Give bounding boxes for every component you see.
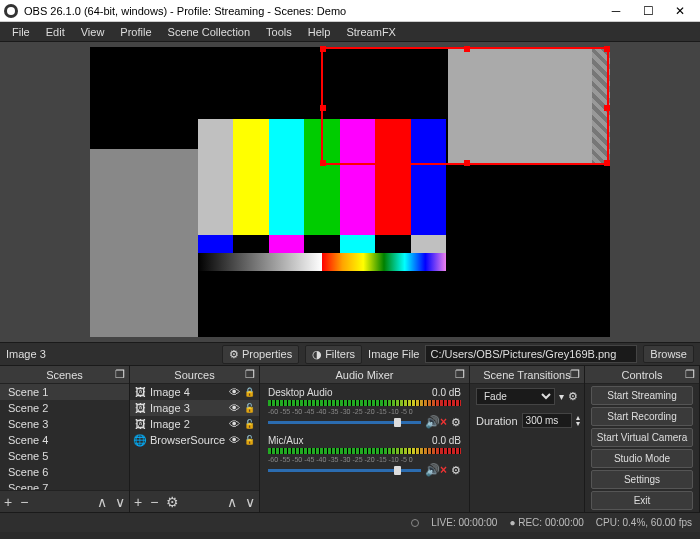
volume-slider[interactable]: [268, 421, 421, 424]
unlock-icon[interactable]: 🔓: [244, 419, 255, 429]
volume-slider[interactable]: [268, 469, 421, 472]
scene-item[interactable]: Scene 5: [0, 448, 129, 464]
source-item[interactable]: 🖼Image 4👁🔒: [130, 384, 259, 400]
scene-item[interactable]: Scene 3: [0, 416, 129, 432]
menu-scene-collection[interactable]: Scene Collection: [160, 24, 259, 40]
filters-button[interactable]: ◑Filters: [305, 345, 362, 364]
titlebar: OBS 26.1.0 (64-bit, windows) - Profile: …: [0, 0, 700, 22]
handle-tl[interactable]: [320, 46, 326, 52]
source-name: Image 3: [150, 402, 225, 414]
source-item[interactable]: 🌐BrowserSource👁🔓: [130, 432, 259, 448]
add-source-button[interactable]: +: [134, 494, 142, 510]
source-item[interactable]: 🖼Image 2👁🔓: [130, 416, 259, 432]
audio-meter: [268, 448, 461, 454]
source-settings-button[interactable]: ⚙: [166, 494, 179, 510]
scenes-footer: + − ∧ ∨: [0, 490, 129, 512]
transition-gear-icon[interactable]: ⚙: [568, 390, 578, 403]
unlock-icon[interactable]: 🔓: [244, 435, 255, 445]
mute-button[interactable]: 🔊×: [425, 463, 447, 477]
channel-gear-icon[interactable]: ⚙: [451, 464, 461, 477]
handle-bm[interactable]: [464, 160, 470, 166]
popout-icon[interactable]: ❐: [115, 368, 125, 381]
remove-scene-button[interactable]: −: [20, 494, 28, 510]
handle-bl[interactable]: [320, 160, 326, 166]
unlock-icon[interactable]: 🔓: [244, 403, 255, 413]
handle-tr[interactable]: [604, 46, 610, 52]
channel-name: Desktop Audio: [268, 387, 333, 398]
selection-box[interactable]: [321, 47, 609, 165]
handle-mr[interactable]: [604, 105, 610, 111]
handle-ml[interactable]: [320, 105, 326, 111]
control-button[interactable]: Start Recording: [591, 407, 693, 426]
duration-label: Duration: [476, 415, 518, 427]
source-image2: [90, 149, 198, 337]
popout-icon[interactable]: ❐: [685, 368, 695, 381]
properties-button[interactable]: ⚙Properties: [222, 345, 299, 364]
preview-area: [0, 42, 700, 342]
transitions-title: Scene Transitions: [483, 369, 570, 381]
scene-item[interactable]: Scene 4: [0, 432, 129, 448]
source-name: BrowserSource: [150, 434, 225, 446]
mute-button[interactable]: 🔊×: [425, 415, 447, 429]
transition-select[interactable]: Fade: [476, 388, 555, 405]
channel-gear-icon[interactable]: ⚙: [451, 416, 461, 429]
scene-item[interactable]: Scene 6: [0, 464, 129, 480]
handle-br[interactable]: [604, 160, 610, 166]
sources-dock: Sources❐ 🖼Image 4👁🔒🖼Image 3👁🔓🖼Image 2👁🔓🌐…: [130, 366, 260, 512]
mixer-channel: Desktop Audio0.0 dB-60 -55 -50 -45 -40 -…: [260, 384, 469, 432]
lock-icon[interactable]: 🔒: [244, 387, 255, 397]
sources-list: 🖼Image 4👁🔒🖼Image 3👁🔓🖼Image 2👁🔓🌐BrowserSo…: [130, 384, 259, 490]
scene-up-button[interactable]: ∧: [97, 494, 107, 510]
transitions-body: Fade ▾ ⚙ Duration ▴▾: [470, 384, 584, 512]
popout-icon[interactable]: ❐: [455, 368, 465, 381]
image-file-label: Image File: [368, 348, 419, 360]
eye-icon[interactable]: 👁: [229, 386, 240, 398]
chevron-down-icon[interactable]: ▾: [559, 391, 564, 402]
status-bar: LIVE: 00:00:00 ● REC: 00:00:00 CPU: 0.4%…: [0, 512, 700, 532]
sources-footer: + − ⚙ ∧ ∨: [130, 490, 259, 512]
channel-level: 0.0 dB: [432, 387, 461, 398]
duration-spinner[interactable]: ▴▾: [576, 415, 580, 427]
image-icon: 🖼: [134, 402, 146, 414]
sources-title: Sources: [174, 369, 214, 381]
control-button[interactable]: Start Streaming: [591, 386, 693, 405]
image-file-input[interactable]: [425, 345, 637, 363]
meter-ticks: -60 -55 -50 -45 -40 -35 -30 -25 -20 -15 …: [268, 456, 461, 463]
control-button[interactable]: Exit: [591, 491, 693, 510]
remove-source-button[interactable]: −: [150, 494, 158, 510]
minimize-button[interactable]: ─: [600, 0, 632, 22]
menu-file[interactable]: File: [4, 24, 38, 40]
popout-icon[interactable]: ❐: [570, 368, 580, 381]
eye-icon[interactable]: 👁: [229, 418, 240, 430]
preview-canvas[interactable]: [90, 47, 610, 337]
menu-streamfx[interactable]: StreamFX: [338, 24, 404, 40]
scene-item[interactable]: Scene 2: [0, 400, 129, 416]
cpu-status: CPU: 0.4%, 60.00 fps: [596, 517, 692, 528]
maximize-button[interactable]: ☐: [632, 0, 664, 22]
popout-icon[interactable]: ❐: [245, 368, 255, 381]
add-scene-button[interactable]: +: [4, 494, 12, 510]
duration-input[interactable]: [522, 413, 572, 428]
scene-item[interactable]: Scene 7: [0, 480, 129, 490]
source-up-button[interactable]: ∧: [227, 494, 237, 510]
menu-view[interactable]: View: [73, 24, 113, 40]
scene-item[interactable]: Scene 1: [0, 384, 129, 400]
handle-tm[interactable]: [464, 46, 470, 52]
control-button[interactable]: Studio Mode: [591, 449, 693, 468]
control-button[interactable]: Start Virtual Camera: [591, 428, 693, 447]
source-down-button[interactable]: ∨: [245, 494, 255, 510]
properties-label: Properties: [242, 348, 292, 360]
browse-button[interactable]: Browse: [643, 345, 694, 363]
eye-icon[interactable]: 👁: [229, 434, 240, 446]
eye-icon[interactable]: 👁: [229, 402, 240, 414]
app-logo: [4, 4, 18, 18]
control-button[interactable]: Settings: [591, 470, 693, 489]
source-item[interactable]: 🖼Image 3👁🔓: [130, 400, 259, 416]
controls-body: Start StreamingStart RecordingStart Virt…: [585, 384, 699, 512]
scene-down-button[interactable]: ∨: [115, 494, 125, 510]
close-button[interactable]: ✕: [664, 0, 696, 22]
menu-profile[interactable]: Profile: [112, 24, 159, 40]
menu-help[interactable]: Help: [300, 24, 339, 40]
menu-tools[interactable]: Tools: [258, 24, 300, 40]
menu-edit[interactable]: Edit: [38, 24, 73, 40]
